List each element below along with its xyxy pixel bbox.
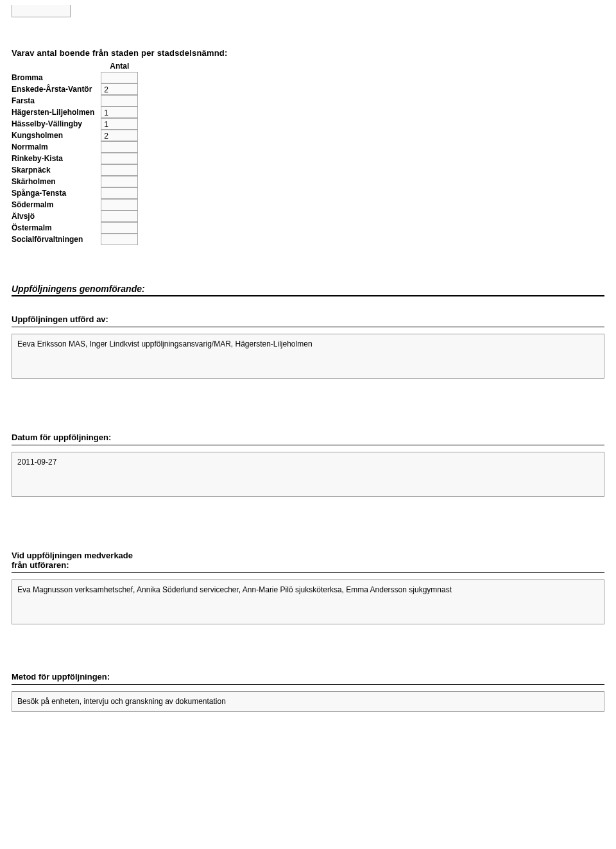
sub-divider — [12, 327, 604, 327]
district-label: Hägersten-Liljeholmen — [12, 107, 101, 118]
medverkade-input[interactable]: Eva Magnusson verksamhetschef, Annika Sö… — [12, 579, 604, 624]
district-label: Skarpnäck — [12, 164, 101, 176]
district-value-input[interactable] — [101, 95, 138, 107]
table-row: Skarpnäck — [12, 164, 138, 176]
district-value-input[interactable] — [101, 164, 138, 176]
district-value-input[interactable] — [101, 72, 138, 83]
section-divider — [12, 295, 604, 296]
district-value-input[interactable]: 2 — [101, 130, 138, 141]
district-heading: Varav antal boende från staden per stads… — [12, 48, 604, 58]
table-row: Kungsholmen 2 — [12, 130, 138, 141]
metod-label: Metod för uppföljningen: — [12, 672, 604, 682]
district-label: Östermalm — [12, 222, 101, 234]
utford-av-input[interactable]: Eeva Eriksson MAS, Inger Lindkvist uppfö… — [12, 334, 604, 379]
table-row: Älvsjö — [12, 210, 138, 222]
partial-input-box[interactable] — [12, 5, 71, 17]
district-value-input[interactable] — [101, 176, 138, 187]
datum-input[interactable]: 2011-09-27 — [12, 452, 604, 497]
medverkade-label: Vid uppföljningen medverkade från utföra… — [12, 551, 230, 570]
table-row: Hässelby-Vällingby 1 — [12, 118, 138, 130]
table-row: Skärholmen — [12, 176, 138, 187]
district-label: Kungsholmen — [12, 130, 101, 141]
table-row: Socialförvaltningen — [12, 234, 138, 245]
table-row: Hägersten-Liljeholmen 1 — [12, 107, 138, 118]
district-label: Bromma — [12, 72, 101, 83]
district-label: Hässelby-Vällingby — [12, 118, 101, 130]
table-row: Bromma — [12, 72, 138, 83]
table-row: Östermalm — [12, 222, 138, 234]
district-label: Enskede-Årsta-Vantör — [12, 83, 101, 95]
district-label: Skärholmen — [12, 176, 101, 187]
metod-input[interactable]: Besök på enheten, intervju och gransknin… — [12, 691, 604, 712]
district-label: Norrmalm — [12, 141, 101, 153]
district-label: Rinkeby-Kista — [12, 153, 101, 164]
district-label: Socialförvaltningen — [12, 234, 101, 245]
district-value-input[interactable]: 1 — [101, 107, 138, 118]
district-value-input[interactable]: 2 — [101, 83, 138, 95]
column-header-antal: Antal — [101, 62, 138, 72]
sub-divider — [12, 572, 604, 573]
district-value-input[interactable] — [101, 187, 138, 199]
district-value-input[interactable] — [101, 234, 138, 245]
district-label: Älvsjö — [12, 210, 101, 222]
table-row: Farsta — [12, 95, 138, 107]
sub-divider — [12, 445, 604, 445]
table-row: Spånga-Tensta — [12, 187, 138, 199]
district-table: Antal Bromma Enskede-Årsta-Vantör 2 Fars… — [12, 62, 138, 245]
district-value-input[interactable] — [101, 199, 138, 210]
sub-divider — [12, 684, 604, 685]
district-value-input[interactable] — [101, 153, 138, 164]
district-value-input[interactable]: 1 — [101, 118, 138, 130]
datum-label: Datum för uppföljningen: — [12, 433, 604, 442]
table-row: Norrmalm — [12, 141, 138, 153]
district-value-input[interactable] — [101, 210, 138, 222]
district-value-input[interactable] — [101, 141, 138, 153]
section-title: Uppföljningens genomförande: — [12, 284, 604, 294]
table-row: Södermalm — [12, 199, 138, 210]
district-label: Spånga-Tensta — [12, 187, 101, 199]
table-row: Enskede-Årsta-Vantör 2 — [12, 83, 138, 95]
district-value-input[interactable] — [101, 222, 138, 234]
utford-av-label: Uppföljningen utförd av: — [12, 314, 604, 324]
district-label: Södermalm — [12, 199, 101, 210]
district-label: Farsta — [12, 95, 101, 107]
table-row: Rinkeby-Kista — [12, 153, 138, 164]
